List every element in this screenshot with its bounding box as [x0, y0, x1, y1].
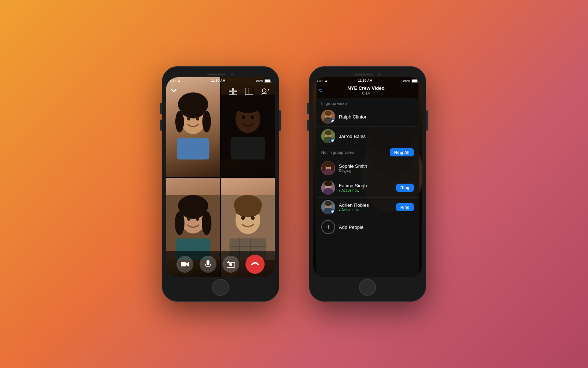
- adrien-name: Adrien Robles: [339, 202, 396, 208]
- svg-point-3: [202, 111, 211, 132]
- video-toggle-button[interactable]: [176, 256, 193, 273]
- participant-list: In group video: [316, 98, 419, 277]
- avatar-ralph: [321, 110, 335, 124]
- volume-down-button[interactable]: [160, 120, 162, 131]
- video-layout-icon[interactable]: [228, 86, 238, 96]
- add-people-icon: +: [321, 220, 335, 234]
- participant-adrien: Adrien Robles Active now Ring: [316, 198, 419, 217]
- avatar-adrien: [321, 200, 335, 214]
- phone-2-bottom: [313, 277, 422, 297]
- messenger-badge-ralph: [330, 119, 335, 124]
- end-call-button[interactable]: [245, 255, 265, 274]
- speaker-grille: [207, 74, 226, 75]
- fatima-status: Active now: [339, 188, 396, 192]
- svg-point-11: [242, 116, 245, 119]
- status-time: 11:59 AM: [211, 79, 225, 82]
- video-grid: [166, 77, 275, 277]
- power-button[interactable]: [279, 110, 281, 131]
- p2-time: 11:59 AM: [358, 79, 372, 82]
- call-title-block: NYE Crew Video 0:14: [323, 85, 409, 95]
- svg-point-55: [325, 111, 331, 116]
- add-person-icon[interactable]: [260, 86, 270, 96]
- avatar-fatima: [321, 181, 335, 195]
- svg-rect-36: [233, 92, 237, 95]
- fatima-name: Fatima Singh: [339, 183, 396, 188]
- p2-signal: ●●●○ ▲: [317, 79, 328, 82]
- sophie-name: Sophie Smith: [339, 163, 414, 169]
- svg-point-46: [229, 263, 232, 266]
- svg-point-26: [235, 201, 261, 217]
- svg-point-2: [175, 111, 184, 132]
- p2-battery: 100%: [403, 79, 418, 82]
- svg-point-12: [251, 116, 254, 119]
- svg-rect-42: [181, 262, 186, 266]
- minimize-button[interactable]: [171, 87, 177, 95]
- fatima-info: Fatima Singh Active now: [339, 183, 396, 192]
- svg-point-28: [251, 215, 255, 220]
- in-group-section: In group video: [316, 98, 419, 146]
- front-camera: [231, 73, 234, 76]
- svg-point-59: [325, 130, 331, 135]
- front-camera-2: [378, 73, 381, 76]
- ralph-info: Ralph Clinton: [339, 114, 414, 120]
- svg-point-20: [187, 217, 190, 220]
- messenger-badge-adrien: [330, 209, 335, 214]
- ring-fatima-button[interactable]: Ring: [396, 184, 414, 192]
- jarrod-name: Jarrod Bales: [339, 134, 414, 139]
- call-header-overlay: [166, 84, 275, 99]
- phone-2: ●●●○ ▲ 11:59 AM 100% < NYE Crew Video 0:…: [309, 66, 426, 302]
- call-duration: 0:14: [323, 91, 409, 95]
- sophie-info: Sophie Smith Ringing...: [339, 163, 414, 173]
- svg-point-6: [196, 116, 199, 121]
- svg-point-39: [262, 89, 266, 92]
- sophie-status: Ringing...: [339, 169, 414, 173]
- jarrod-info: Jarrod Bales: [339, 134, 414, 139]
- svg-rect-43: [207, 260, 209, 265]
- volume-down-button-2[interactable]: [307, 120, 309, 131]
- home-button-2[interactable]: [359, 279, 376, 296]
- back-button[interactable]: <: [318, 86, 323, 95]
- svg-rect-35: [229, 92, 233, 95]
- status-battery: 100%: [256, 79, 271, 82]
- ring-all-button[interactable]: Ring All: [390, 148, 414, 156]
- call-name: NYE Crew Video: [323, 85, 409, 91]
- participant-fatima: Fatima Singh Active now Ring: [316, 178, 419, 198]
- volume-up-button-2[interactable]: [307, 103, 309, 114]
- avatar-sophie: [321, 161, 335, 175]
- layout-change-icon[interactable]: [244, 86, 254, 96]
- ring-adrien-button[interactable]: Ring: [396, 203, 414, 211]
- svg-point-27: [241, 215, 245, 220]
- ralph-name: Ralph Clinton: [339, 114, 414, 120]
- phone-1-shell: ●●●○ ▲ 11:59 AM 100%: [162, 66, 279, 302]
- svg-point-21: [196, 217, 199, 220]
- svg-point-10: [236, 100, 261, 113]
- svg-rect-7: [177, 138, 209, 160]
- add-people-label: Add People: [339, 224, 363, 230]
- volume-up-button[interactable]: [160, 103, 162, 114]
- adrien-status: Active now: [339, 208, 396, 212]
- svg-rect-13: [230, 137, 265, 160]
- svg-point-19: [181, 201, 206, 219]
- svg-point-73: [325, 201, 332, 206]
- svg-rect-37: [245, 88, 253, 95]
- call-controls: [166, 251, 275, 277]
- camera-flip-button[interactable]: [222, 256, 239, 273]
- status-signal: ●●●○ ▲: [170, 79, 181, 82]
- messenger-badge-jarrod: [330, 138, 335, 143]
- call-action-icons: [228, 86, 270, 96]
- add-people-row[interactable]: + Add People: [316, 217, 419, 237]
- svg-rect-34: [233, 88, 237, 91]
- status-bar-2: ●●●○ ▲ 11:59 AM 100%: [313, 77, 422, 83]
- not-in-group-section: Not in group video Ring All: [316, 146, 419, 237]
- power-button-2[interactable]: [426, 110, 428, 131]
- participant-ralph: Ralph Clinton: [316, 107, 419, 127]
- in-group-label: In group video: [316, 98, 419, 107]
- mute-button[interactable]: [200, 256, 216, 273]
- svg-point-4: [181, 101, 205, 118]
- call-screen-header: < NYE Crew Video 0:14: [313, 83, 422, 98]
- svg-rect-33: [229, 88, 233, 91]
- home-button-1[interactable]: [212, 279, 229, 296]
- status-bar-1: ●●●○ ▲ 11:59 AM 100%: [166, 77, 275, 83]
- phone-1: ●●●○ ▲ 11:59 AM 100%: [162, 66, 279, 302]
- phone-2-speaker: [313, 71, 422, 77]
